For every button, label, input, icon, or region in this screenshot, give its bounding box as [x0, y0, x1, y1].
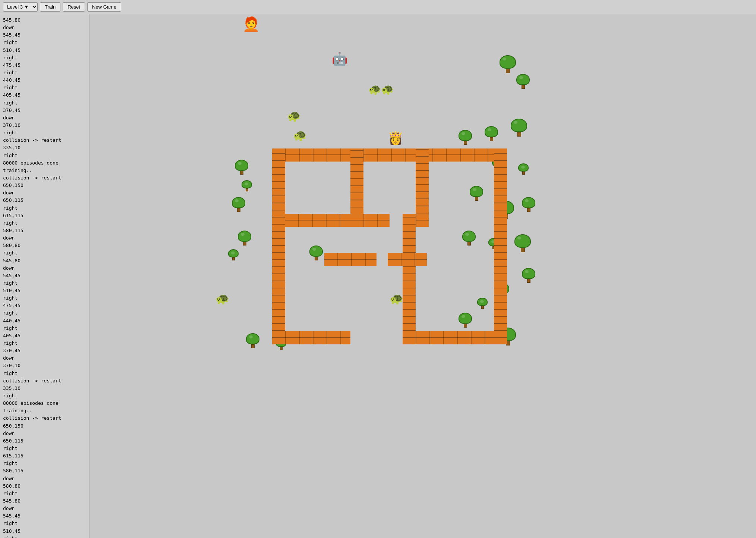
log-line: collision -> restart	[3, 174, 86, 182]
tree-3	[232, 197, 245, 212]
log-line: training..	[3, 407, 86, 415]
log-line: 335,10	[3, 385, 86, 392]
log-line: 650,115	[3, 437, 86, 445]
log-line: right	[3, 370, 86, 377]
log-line: right	[3, 392, 86, 400]
log-line: right	[3, 535, 86, 538]
log-line: 545,80	[3, 497, 86, 505]
log-line: 615,115	[3, 452, 86, 460]
log-line: down	[3, 475, 86, 482]
log-line: down	[3, 114, 86, 122]
log-line: 545,80	[3, 16, 86, 24]
tree-20	[514, 234, 531, 252]
log-line: right	[3, 460, 86, 467]
log-line: 510,45	[3, 528, 86, 535]
main-area: 545,80down545,45right510,45right475,45ri…	[0, 14, 756, 538]
tree-2	[242, 180, 252, 191]
log-line: right	[3, 152, 86, 159]
wall-right-inner-bot	[403, 214, 416, 344]
log-line: down	[3, 430, 86, 437]
log-panel[interactable]: 545,80down545,45right510,45right475,45ri…	[0, 14, 89, 538]
wall-bottom-left	[272, 331, 350, 344]
log-line: 335,10	[3, 144, 86, 151]
log-line: 370,10	[3, 122, 86, 129]
tree-1	[235, 160, 248, 175]
log-line: 510,45	[3, 287, 86, 294]
log-line: right	[3, 490, 86, 497]
log-line: collision -> restart	[3, 137, 86, 144]
wall-inner-right-bot	[350, 214, 390, 227]
new-game-button[interactable]: New Game	[87, 2, 121, 12]
log-line: 370,45	[3, 107, 86, 114]
log-line: training..	[3, 167, 86, 174]
tree-9	[516, 74, 530, 89]
log-line: right	[3, 325, 86, 332]
tree-15	[470, 186, 483, 201]
log-line: 475,45	[3, 62, 86, 69]
log-line: 580,80	[3, 482, 86, 490]
enemy-2: 🐢	[293, 130, 307, 141]
enemy-1: 🐢	[287, 110, 301, 122]
log-line: 370,45	[3, 347, 86, 354]
log-line: down	[3, 234, 86, 242]
log-line: 545,45	[3, 31, 86, 39]
log-line: right	[3, 129, 86, 137]
wall-bottom-right	[403, 331, 507, 344]
mario-sprite: 🧑‍🦰	[242, 17, 260, 31]
tree-18	[462, 231, 476, 245]
level-select[interactable]: Level 3 ▼ Level 1 Level 2 Level 4 Level …	[3, 2, 38, 12]
log-line: right	[3, 54, 86, 62]
log-line: 545,45	[3, 272, 86, 279]
tree-4	[238, 231, 251, 245]
reset-button[interactable]: Reset	[63, 2, 85, 12]
log-line: 650,150	[3, 182, 86, 189]
tree-21	[522, 268, 535, 283]
wall-inner-left-vert	[350, 148, 363, 214]
game-canvas: 🧑‍🦰 🤖 👸 🐢 🐢 🐢 🐢 🐢 🐢	[89, 14, 756, 538]
robot-sprite: 🤖	[332, 52, 347, 65]
log-line: 545,45	[3, 512, 86, 520]
tree-23	[477, 298, 488, 309]
log-line: 545,80	[3, 257, 86, 265]
log-line: right	[3, 445, 86, 452]
wall-left-outer	[272, 148, 285, 344]
log-line: down	[3, 189, 86, 197]
toolbar: Level 3 ▼ Level 1 Level 2 Level 4 Level …	[0, 0, 756, 14]
log-line: 650,115	[3, 197, 86, 204]
log-line: collision -> restart	[3, 415, 86, 422]
log-line: 615,115	[3, 212, 86, 219]
tree-5	[228, 249, 239, 260]
log-line: 80000 episodes done	[3, 400, 86, 407]
log-line: 405,45	[3, 91, 86, 99]
tree-12	[511, 119, 527, 137]
log-line: right	[3, 520, 86, 527]
log-line: right	[3, 279, 86, 287]
log-line: right	[3, 99, 86, 107]
log-line: down	[3, 505, 86, 512]
log-line: right	[3, 69, 86, 76]
log-line: 80000 episodes done	[3, 159, 86, 167]
log-line: right	[3, 249, 86, 257]
tree-14	[518, 163, 529, 175]
log-line: 475,45	[3, 302, 86, 309]
tree-6	[246, 333, 259, 348]
log-line: 580,80	[3, 242, 86, 249]
log-line: right	[3, 39, 86, 46]
enemy-5: 🐢	[215, 293, 229, 304]
train-button[interactable]: Train	[40, 2, 60, 12]
wall-top-right	[350, 148, 507, 162]
log-line: collision -> restart	[3, 377, 86, 385]
log-line: 405,45	[3, 332, 86, 340]
tree-10	[459, 130, 472, 145]
log-line: 370,10	[3, 362, 86, 369]
log-line: 440,45	[3, 317, 86, 325]
tree-17	[522, 197, 535, 212]
log-line: right	[3, 294, 86, 302]
log-line: 440,45	[3, 76, 86, 84]
wall-platform-right	[388, 253, 427, 266]
enemy-6: 🐢	[390, 293, 403, 304]
log-line: 580,115	[3, 467, 86, 475]
wall-right-outer	[494, 148, 507, 344]
enemy-4: 🐢	[381, 84, 394, 95]
wall-platform-left	[324, 253, 377, 266]
